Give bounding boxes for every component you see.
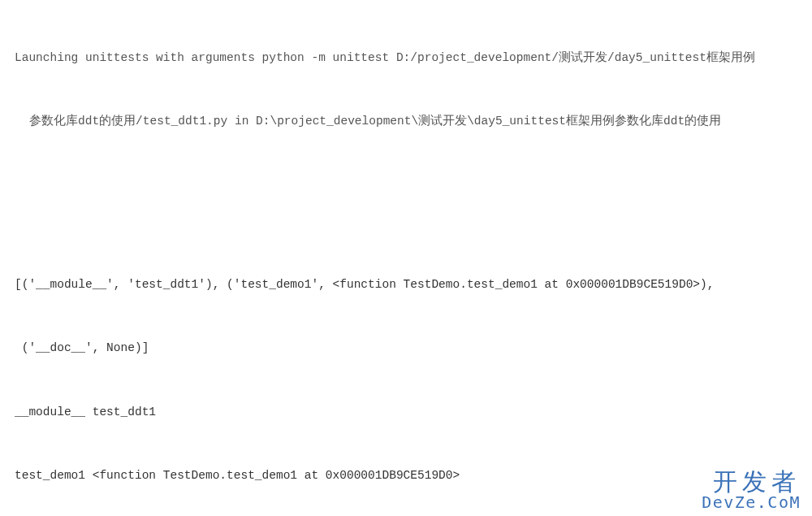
introspect-line-1: [('__module__', 'test_ddt1'), ('test_dem… bbox=[15, 274, 806, 295]
introspect-line-2: ('__doc__', None)] bbox=[15, 337, 806, 358]
module-line: __module__ test_ddt1 bbox=[15, 401, 806, 423]
launch-line-1: Launching unittests with arguments pytho… bbox=[15, 47, 806, 68]
demo-line: test_demo1 <function TestDemo.test_demo1… bbox=[15, 465, 806, 486]
console-output: Launching unittests with arguments pytho… bbox=[0, 0, 812, 516]
launch-line-2: 参数化库ddt的使用/test_ddt1.py in D:\project_de… bbox=[15, 111, 806, 132]
blank-gap bbox=[15, 196, 806, 210]
